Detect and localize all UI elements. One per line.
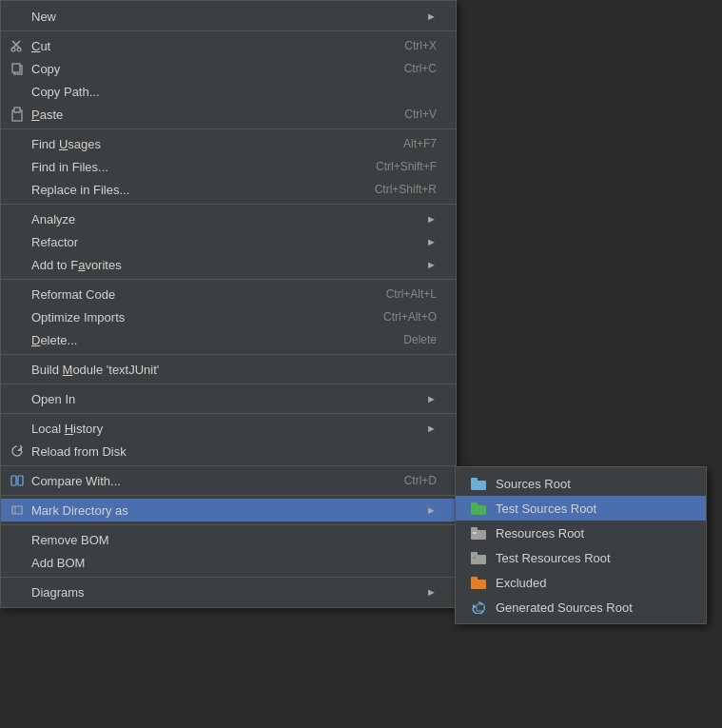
svg-rect-24 <box>477 604 484 611</box>
svg-rect-14 <box>471 502 478 507</box>
menu-item-diagrams-label: Diagrams <box>31 585 419 600</box>
submenu-item-test-resources-root[interactable]: Test Resources Root <box>456 545 706 570</box>
test-resources-root-icon <box>469 550 488 565</box>
submenu-item-generated-sources-root[interactable]: Generated Sources Root <box>456 595 706 620</box>
menu-item-reload-from-disk-label: Reload from Disk <box>31 444 437 459</box>
submenu-item-resources-root[interactable]: Resources Root <box>456 521 706 545</box>
optimize-imports-shortcut: Ctrl+Alt+O <box>383 310 437 324</box>
menu-item-add-bom-label: Add BOM <box>31 556 437 570</box>
menu-item-copy-path[interactable]: Copy Path... <box>1 80 456 103</box>
menu-item-find-in-files[interactable]: Find in Files... Ctrl+Shift+F <box>1 155 456 178</box>
menu-item-add-to-favorites-label: Add to Favorites <box>31 258 419 272</box>
sources-root-icon <box>469 476 488 491</box>
diagrams-arrow: ► <box>426 586 437 598</box>
delete-shortcut: Delete <box>403 333 437 346</box>
menu-item-analyze[interactable]: Analyze ► <box>1 207 456 230</box>
menu-item-diagrams[interactable]: Diagrams ► <box>1 580 456 603</box>
reformat-code-shortcut: Ctrl+Alt+L <box>386 287 437 301</box>
generated-sources-root-icon <box>469 600 488 615</box>
submenu-item-resources-root-label: Resources Root <box>496 526 584 541</box>
svg-rect-7 <box>14 108 20 112</box>
submenu-item-excluded-label: Excluded <box>496 576 546 590</box>
menu-item-replace-in-files[interactable]: Replace in Files... Ctrl+Shift+R <box>1 178 456 201</box>
find-usages-shortcut: Alt+F7 <box>403 137 437 150</box>
submenu-item-excluded[interactable]: Excluded <box>456 570 706 595</box>
svg-marker-23 <box>473 604 477 609</box>
submenu-item-generated-sources-root-label: Generated Sources Root <box>496 600 633 615</box>
separator-11 <box>1 577 456 578</box>
separator-10 <box>1 524 456 525</box>
reload-from-disk-icon <box>9 444 26 458</box>
menu-item-add-bom[interactable]: Add BOM <box>1 551 456 574</box>
menu-item-local-history-label: Local History <box>31 422 419 436</box>
separator-1 <box>1 30 456 31</box>
menu-item-copy-label: Copy <box>31 62 385 76</box>
menu-item-analyze-label: Analyze <box>31 212 419 226</box>
open-in-arrow: ► <box>426 393 437 404</box>
svg-rect-12 <box>471 478 478 482</box>
refactor-arrow: ► <box>426 236 437 247</box>
svg-point-2 <box>11 48 15 51</box>
paste-icon <box>9 107 26 122</box>
menu-item-compare-with[interactable]: Compare With... Ctrl+D <box>1 469 456 492</box>
menu-item-paste[interactable]: Paste Ctrl+V <box>1 103 456 126</box>
menu-item-compare-with-label: Compare With... <box>31 474 385 488</box>
mark-directory-as-icon <box>9 503 26 517</box>
menu-item-refactor[interactable]: Refactor ► <box>1 230 456 253</box>
svg-rect-5 <box>12 64 20 72</box>
menu-item-copy-path-label: Copy Path... <box>31 85 437 99</box>
menu-item-find-usages[interactable]: Find Usages Alt+F7 <box>1 132 456 155</box>
analyze-arrow: ► <box>426 213 437 225</box>
paste-shortcut: Ctrl+V <box>404 108 437 121</box>
menu-item-reformat-code[interactable]: Reformat Code Ctrl+Alt+L <box>1 283 456 305</box>
menu-item-remove-bom-label: Remove BOM <box>31 533 437 547</box>
menu-item-build-module-label: Build Module 'textJUnit' <box>31 363 437 377</box>
replace-in-files-shortcut: Ctrl+Shift+R <box>375 183 437 196</box>
context-menu: New ► Cut Ctrl+X Copy Ctrl+C Copy Path..… <box>0 0 457 608</box>
menu-item-local-history[interactable]: Local History ► <box>1 417 456 440</box>
copy-shortcut: Ctrl+C <box>404 62 437 75</box>
menu-item-remove-bom[interactable]: Remove BOM <box>1 528 456 551</box>
submenu-item-test-resources-root-label: Test Resources Root <box>496 551 611 565</box>
menu-item-copy[interactable]: Copy Ctrl+C <box>1 57 456 80</box>
mark-directory-as-arrow: ► <box>426 504 437 516</box>
menu-item-build-module[interactable]: Build Module 'textJUnit' <box>1 358 456 381</box>
submenu-item-test-sources-root-label: Test Sources Root <box>496 502 596 516</box>
excluded-icon <box>469 575 488 590</box>
mark-directory-submenu: Sources Root Test Sources Root Resources… <box>455 466 707 624</box>
menu-item-paste-label: Paste <box>31 108 385 122</box>
menu-item-cut[interactable]: Cut Ctrl+X <box>1 34 456 57</box>
menu-item-refactor-label: Refactor <box>31 235 419 249</box>
menu-item-find-usages-label: Find Usages <box>31 137 384 151</box>
separator-6 <box>1 384 456 384</box>
cut-icon <box>9 39 26 52</box>
separator-9 <box>1 495 456 496</box>
menu-item-delete[interactable]: Delete... Delete <box>1 328 456 351</box>
menu-item-add-to-favorites[interactable]: Add to Favorites ► <box>1 253 456 276</box>
submenu-item-sources-root-label: Sources Root <box>496 477 571 491</box>
find-in-files-shortcut: Ctrl+Shift+F <box>376 160 437 173</box>
menu-item-optimize-imports[interactable]: Optimize Imports Ctrl+Alt+O <box>1 305 456 328</box>
submenu-item-test-sources-root[interactable]: Test Sources Root <box>456 496 706 521</box>
menu-item-open-in[interactable]: Open In ► <box>1 387 456 410</box>
svg-rect-9 <box>18 476 23 485</box>
menu-item-new-label: New <box>31 10 419 24</box>
menu-item-open-in-label: Open In <box>31 392 419 406</box>
cut-shortcut: Ctrl+X <box>404 39 437 52</box>
separator-8 <box>1 465 456 466</box>
compare-with-icon <box>9 474 26 487</box>
svg-rect-17 <box>473 532 477 534</box>
compare-with-shortcut: Ctrl+D <box>404 474 437 487</box>
svg-rect-20 <box>473 557 476 559</box>
menu-item-reload-from-disk[interactable]: Reload from Disk <box>1 440 456 462</box>
svg-point-3 <box>17 48 21 51</box>
separator-5 <box>1 354 456 355</box>
submenu-item-sources-root[interactable]: Sources Root <box>456 471 706 496</box>
resources-root-icon <box>469 525 488 541</box>
menu-item-delete-label: Delete... <box>31 333 384 347</box>
copy-icon <box>9 62 26 75</box>
menu-item-mark-directory-as[interactable]: Mark Directory as ► <box>1 499 456 521</box>
menu-item-optimize-imports-label: Optimize Imports <box>31 310 364 325</box>
svg-rect-8 <box>11 476 16 485</box>
menu-item-new[interactable]: New ► <box>1 5 456 28</box>
